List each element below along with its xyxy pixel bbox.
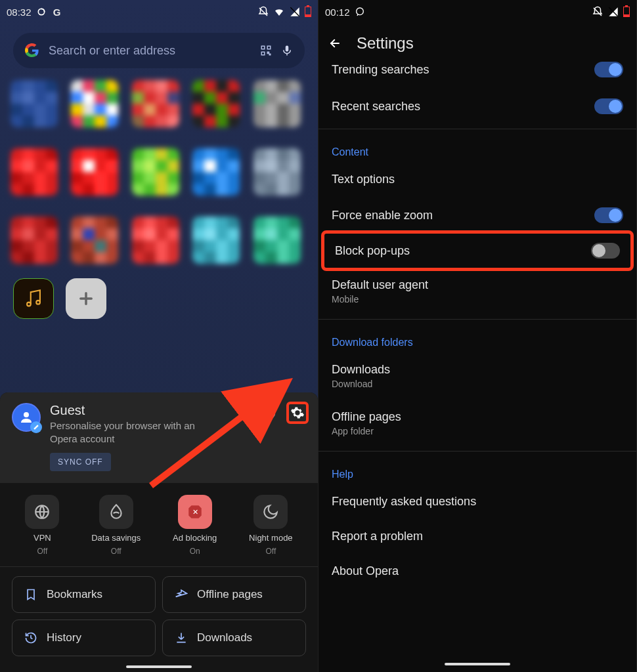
search-bar[interactable]: Search or enter address xyxy=(13,33,305,68)
quick-night-mode[interactable]: Night mode Off xyxy=(249,495,292,556)
speed-dial-tile[interactable] xyxy=(71,217,125,273)
row-offline-pages-folder[interactable]: Offline pages App folder xyxy=(318,400,636,447)
page-title: Settings xyxy=(357,34,414,52)
clock: 00:12 xyxy=(325,7,350,18)
speed-dial-tile[interactable] xyxy=(132,217,186,273)
quick-actions-row: VPN Off Data savings Off ✕ Ad blocking O… xyxy=(0,483,318,562)
google-icon: G xyxy=(51,6,63,18)
battery-low-icon xyxy=(305,7,311,17)
speed-dial-tile[interactable] xyxy=(253,148,307,205)
quick-vpn[interactable]: VPN Off xyxy=(25,495,59,556)
speed-dial-tile[interactable] xyxy=(132,80,186,136)
svg-point-7 xyxy=(27,303,31,306)
svg-rect-4 xyxy=(267,52,269,53)
search-placeholder: Search or enter address xyxy=(49,44,251,58)
row-report-problem[interactable]: Report a problem xyxy=(318,519,636,554)
drawer-button-grid: Bookmarks Offline pages History Download… xyxy=(0,571,318,659)
quick-data-savings[interactable]: Data savings Off xyxy=(91,495,141,556)
svg-rect-5 xyxy=(269,54,271,55)
row-downloads-folder[interactable]: Downloads Download xyxy=(318,352,636,400)
firefox-icon xyxy=(35,6,47,18)
google-logo-icon xyxy=(25,43,39,58)
row-force-zoom[interactable]: Force enable zoom xyxy=(318,197,636,234)
settings-gear-button[interactable] xyxy=(286,402,309,424)
bookmarks-button[interactable]: Bookmarks xyxy=(12,576,156,613)
row-trending-searches[interactable]: Trending searches xyxy=(318,59,636,88)
account-panel: Guest Personalise your browser with an O… xyxy=(0,392,318,483)
speed-dial-bottom-row xyxy=(0,273,318,326)
svg-rect-3 xyxy=(261,52,265,55)
section-content: Content xyxy=(318,133,636,162)
qr-scan-icon[interactable] xyxy=(260,45,272,56)
row-about-opera[interactable]: About Opera xyxy=(318,554,636,589)
speed-dial-tile[interactable] xyxy=(192,80,246,136)
speed-dial-tile[interactable] xyxy=(192,148,246,205)
phone-left-opera-home: 08:32 G Search or enter address xyxy=(0,0,318,672)
speed-dial-tile[interactable] xyxy=(11,217,64,273)
speed-dial-tile[interactable] xyxy=(11,80,64,136)
signal-off-icon xyxy=(607,6,619,18)
section-help: Help xyxy=(318,455,636,484)
section-download-folders: Download folders xyxy=(318,324,636,352)
speed-dial-tile[interactable] xyxy=(192,217,246,273)
row-faq[interactable]: Frequently asked questions xyxy=(318,484,636,519)
offline-pages-button[interactable]: Offline pages xyxy=(162,576,306,613)
row-text-options[interactable]: Text options xyxy=(318,162,636,197)
clock: 08:32 xyxy=(7,7,32,18)
row-default-user-agent[interactable]: Default user agent Mobile xyxy=(318,268,636,315)
battery-low-icon xyxy=(623,7,630,17)
speed-dial-tile[interactable] xyxy=(71,80,125,136)
svg-point-17 xyxy=(356,8,363,15)
svg-point-8 xyxy=(36,301,40,304)
back-arrow-icon[interactable] xyxy=(329,37,341,49)
row-block-popups[interactable]: Block pop-ups xyxy=(321,230,634,271)
svg-rect-1 xyxy=(261,46,265,49)
settings-header: Settings xyxy=(318,24,636,59)
history-button[interactable]: History xyxy=(12,620,156,656)
row-recent-searches[interactable]: Recent searches xyxy=(318,88,636,125)
speed-dial-tile[interactable] xyxy=(11,148,64,205)
wifi-icon xyxy=(273,6,285,18)
toggle-block-popups[interactable] xyxy=(591,243,620,259)
toggle-trending[interactable] xyxy=(594,62,623,77)
signal-off-icon xyxy=(289,6,301,18)
music-tile[interactable] xyxy=(13,278,54,319)
whatsapp-icon xyxy=(354,6,366,18)
dnd-icon xyxy=(257,6,269,18)
toggle-recent[interactable] xyxy=(594,98,623,114)
speed-dial-tile[interactable] xyxy=(253,80,307,136)
power-button[interactable] xyxy=(257,402,280,424)
bottom-drawer: Guest Personalise your browser with an O… xyxy=(0,392,318,672)
account-subtitle: Personalise your browser with an Opera a… xyxy=(50,419,221,445)
downloads-button[interactable]: Downloads xyxy=(162,620,306,656)
toggle-force-zoom[interactable] xyxy=(594,207,623,223)
avatar[interactable] xyxy=(12,403,41,432)
edit-avatar-icon[interactable] xyxy=(30,421,42,433)
sync-off-button[interactable]: SYNC OFF xyxy=(50,453,111,471)
svg-rect-2 xyxy=(267,46,271,49)
status-bar: 00:12 xyxy=(318,0,636,24)
status-bar: 08:32 G xyxy=(0,0,318,24)
dnd-icon xyxy=(592,6,604,18)
speed-dial-tile[interactable] xyxy=(132,148,186,205)
quick-ad-blocking[interactable]: ✕ Ad blocking On xyxy=(173,495,217,556)
speed-dial-tile[interactable] xyxy=(253,217,307,273)
nav-handle xyxy=(445,663,510,665)
svg-point-11 xyxy=(24,412,29,417)
svg-text:✕: ✕ xyxy=(192,508,198,516)
add-speed-dial-button[interactable] xyxy=(66,278,106,319)
speed-dial-tile[interactable] xyxy=(71,148,125,205)
speed-dial-grid xyxy=(0,72,318,273)
phone-right-settings: 00:12 Settings Trending searches Recent … xyxy=(318,0,637,672)
mic-icon[interactable] xyxy=(281,45,293,56)
nav-handle xyxy=(126,665,192,668)
